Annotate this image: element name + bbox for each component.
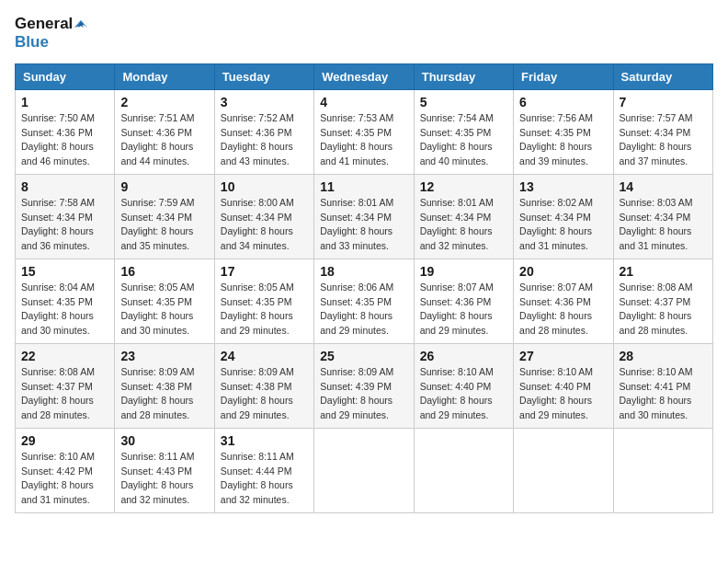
calendar-cell: 2 Sunrise: 7:51 AM Sunset: 4:36 PM Dayli… (115, 89, 214, 174)
day-number: 14 (620, 179, 707, 194)
day-number: 1 (21, 95, 108, 109)
day-info: Sunrise: 7:54 AM Sunset: 4:35 PM Dayligh… (420, 111, 507, 169)
calendar-cell: 5 Sunrise: 7:54 AM Sunset: 4:35 PM Dayli… (414, 89, 513, 174)
calendar-day-header: Monday (115, 63, 214, 89)
day-number: 29 (21, 433, 108, 448)
day-info: Sunrise: 7:53 AM Sunset: 4:35 PM Dayligh… (320, 111, 407, 169)
day-info: Sunrise: 8:06 AM Sunset: 4:35 PM Dayligh… (320, 281, 407, 339)
day-number: 3 (221, 95, 308, 109)
day-info: Sunrise: 8:10 AM Sunset: 4:41 PM Dayligh… (620, 365, 707, 423)
calendar-cell: 22 Sunrise: 8:08 AM Sunset: 4:37 PM Dayl… (16, 343, 115, 428)
calendar-cell (613, 428, 712, 512)
calendar-cell (514, 428, 613, 512)
calendar-cell (414, 428, 513, 512)
day-number: 31 (221, 433, 308, 448)
day-number: 16 (120, 264, 208, 279)
day-info: Sunrise: 7:52 AM Sunset: 4:36 PM Dayligh… (221, 111, 308, 169)
day-number: 12 (420, 179, 507, 194)
calendar-week-row: 8 Sunrise: 7:58 AM Sunset: 4:34 PM Dayli… (16, 174, 713, 259)
calendar-cell: 1 Sunrise: 7:50 AM Sunset: 4:36 PM Dayli… (16, 89, 115, 174)
calendar-cell: 10 Sunrise: 8:00 AM Sunset: 4:34 PM Dayl… (214, 174, 313, 259)
day-info: Sunrise: 8:07 AM Sunset: 4:36 PM Dayligh… (519, 281, 607, 339)
day-info: Sunrise: 8:05 AM Sunset: 4:35 PM Dayligh… (221, 281, 308, 339)
day-info: Sunrise: 7:50 AM Sunset: 4:36 PM Dayligh… (21, 111, 108, 169)
calendar-week-row: 29 Sunrise: 8:10 AM Sunset: 4:42 PM Dayl… (16, 428, 713, 512)
calendar-cell: 23 Sunrise: 8:09 AM Sunset: 4:38 PM Dayl… (115, 343, 214, 428)
calendar-cell: 28 Sunrise: 8:10 AM Sunset: 4:41 PM Dayl… (613, 343, 712, 428)
day-info: Sunrise: 8:10 AM Sunset: 4:42 PM Dayligh… (21, 450, 108, 508)
calendar-week-row: 22 Sunrise: 8:08 AM Sunset: 4:37 PM Dayl… (16, 343, 713, 428)
calendar-cell (314, 428, 414, 512)
calendar-week-row: 1 Sunrise: 7:50 AM Sunset: 4:36 PM Dayli… (16, 89, 713, 174)
calendar-cell: 16 Sunrise: 8:05 AM Sunset: 4:35 PM Dayl… (115, 259, 214, 343)
calendar-cell: 14 Sunrise: 8:03 AM Sunset: 4:34 PM Dayl… (613, 174, 712, 259)
day-info: Sunrise: 7:59 AM Sunset: 4:34 PM Dayligh… (120, 196, 208, 254)
calendar-cell: 4 Sunrise: 7:53 AM Sunset: 4:35 PM Dayli… (314, 89, 414, 174)
calendar-header-row: SundayMondayTuesdayWednesdayThursdayFrid… (16, 63, 713, 89)
calendar-cell: 12 Sunrise: 8:01 AM Sunset: 4:34 PM Dayl… (414, 174, 513, 259)
day-info: Sunrise: 8:08 AM Sunset: 4:37 PM Dayligh… (21, 365, 108, 423)
calendar-cell: 9 Sunrise: 7:59 AM Sunset: 4:34 PM Dayli… (115, 174, 214, 259)
day-number: 5 (420, 95, 507, 109)
day-number: 11 (320, 179, 407, 194)
day-number: 22 (21, 349, 108, 363)
day-number: 6 (519, 95, 607, 109)
day-number: 17 (221, 264, 308, 279)
day-number: 28 (620, 349, 707, 363)
logo-bird-icon (74, 18, 87, 31)
calendar-cell: 26 Sunrise: 8:10 AM Sunset: 4:40 PM Dayl… (414, 343, 513, 428)
day-info: Sunrise: 8:09 AM Sunset: 4:39 PM Dayligh… (320, 365, 407, 423)
day-info: Sunrise: 8:03 AM Sunset: 4:34 PM Dayligh… (620, 196, 707, 254)
calendar-day-header: Friday (514, 63, 613, 89)
day-number: 15 (21, 264, 108, 279)
calendar-cell: 3 Sunrise: 7:52 AM Sunset: 4:36 PM Dayli… (214, 89, 313, 174)
day-info: Sunrise: 8:07 AM Sunset: 4:36 PM Dayligh… (420, 281, 507, 339)
day-number: 30 (120, 433, 208, 448)
calendar-cell: 13 Sunrise: 8:02 AM Sunset: 4:34 PM Dayl… (514, 174, 613, 259)
day-info: Sunrise: 8:09 AM Sunset: 4:38 PM Dayligh… (221, 365, 308, 423)
day-number: 8 (21, 179, 108, 194)
calendar-cell: 30 Sunrise: 8:11 AM Sunset: 4:43 PM Dayl… (115, 428, 214, 512)
logo: General Blue (15, 15, 73, 52)
day-number: 2 (120, 95, 208, 109)
day-info: Sunrise: 8:11 AM Sunset: 4:43 PM Dayligh… (120, 450, 208, 508)
day-number: 20 (519, 264, 607, 279)
calendar-day-header: Wednesday (314, 63, 414, 89)
calendar-week-row: 15 Sunrise: 8:04 AM Sunset: 4:35 PM Dayl… (16, 259, 713, 343)
logo-text: General Blue (15, 15, 73, 52)
calendar-table: SundayMondayTuesdayWednesdayThursdayFrid… (15, 63, 713, 513)
calendar-cell: 8 Sunrise: 7:58 AM Sunset: 4:34 PM Dayli… (16, 174, 115, 259)
calendar-cell: 11 Sunrise: 8:01 AM Sunset: 4:34 PM Dayl… (314, 174, 414, 259)
day-info: Sunrise: 8:01 AM Sunset: 4:34 PM Dayligh… (320, 196, 407, 254)
day-info: Sunrise: 7:56 AM Sunset: 4:35 PM Dayligh… (519, 111, 607, 169)
day-info: Sunrise: 8:01 AM Sunset: 4:34 PM Dayligh… (420, 196, 507, 254)
calendar-day-header: Sunday (16, 63, 115, 89)
day-number: 7 (620, 95, 707, 109)
calendar-cell: 31 Sunrise: 8:11 AM Sunset: 4:44 PM Dayl… (214, 428, 313, 512)
calendar-cell: 7 Sunrise: 7:57 AM Sunset: 4:34 PM Dayli… (613, 89, 712, 174)
page-header: General Blue (15, 15, 713, 52)
day-number: 13 (519, 179, 607, 194)
day-number: 10 (221, 179, 308, 194)
day-number: 9 (120, 179, 208, 194)
day-number: 24 (221, 349, 308, 363)
day-info: Sunrise: 7:57 AM Sunset: 4:34 PM Dayligh… (620, 111, 707, 169)
day-info: Sunrise: 8:08 AM Sunset: 4:37 PM Dayligh… (620, 281, 707, 339)
day-info: Sunrise: 7:58 AM Sunset: 4:34 PM Dayligh… (21, 196, 108, 254)
calendar-cell: 18 Sunrise: 8:06 AM Sunset: 4:35 PM Dayl… (314, 259, 414, 343)
day-number: 26 (420, 349, 507, 363)
day-number: 19 (420, 264, 507, 279)
calendar-day-header: Saturday (613, 63, 712, 89)
calendar-cell: 15 Sunrise: 8:04 AM Sunset: 4:35 PM Dayl… (16, 259, 115, 343)
day-info: Sunrise: 7:51 AM Sunset: 4:36 PM Dayligh… (120, 111, 208, 169)
calendar-cell: 21 Sunrise: 8:08 AM Sunset: 4:37 PM Dayl… (613, 259, 712, 343)
calendar-day-header: Tuesday (214, 63, 313, 89)
day-info: Sunrise: 8:04 AM Sunset: 4:35 PM Dayligh… (21, 281, 108, 339)
calendar-cell: 24 Sunrise: 8:09 AM Sunset: 4:38 PM Dayl… (214, 343, 313, 428)
calendar-cell: 6 Sunrise: 7:56 AM Sunset: 4:35 PM Dayli… (514, 89, 613, 174)
day-number: 21 (620, 264, 707, 279)
day-number: 4 (320, 95, 407, 109)
calendar-cell: 20 Sunrise: 8:07 AM Sunset: 4:36 PM Dayl… (514, 259, 613, 343)
day-info: Sunrise: 8:05 AM Sunset: 4:35 PM Dayligh… (120, 281, 208, 339)
calendar-cell: 27 Sunrise: 8:10 AM Sunset: 4:40 PM Dayl… (514, 343, 613, 428)
